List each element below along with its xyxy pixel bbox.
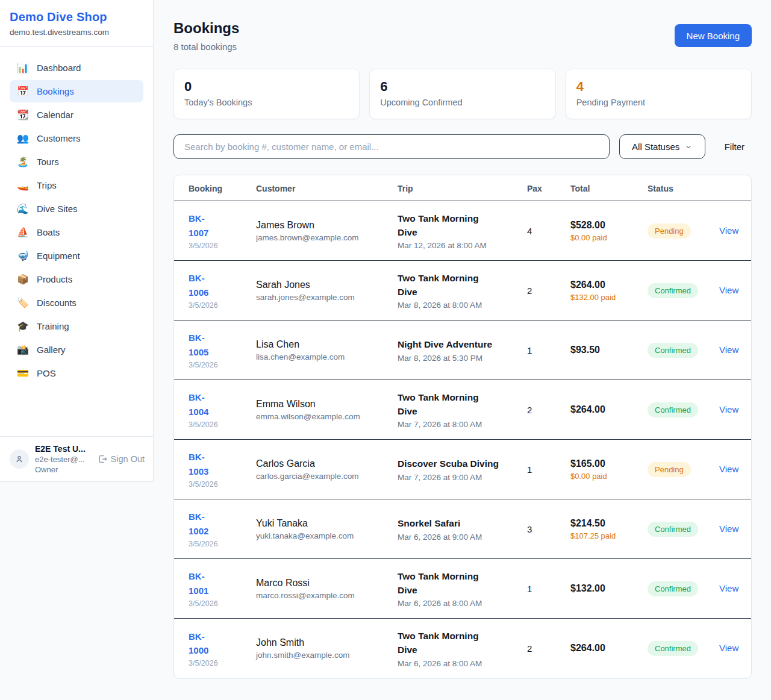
trip-name: Two Tank Morning Dive bbox=[398, 569, 500, 598]
customer-email: sarah.jones@example.com bbox=[256, 293, 389, 302]
booking-created-date: 3/5/2026 bbox=[189, 540, 222, 548]
column-header-pax: Pax bbox=[527, 175, 570, 201]
column-header-booking: Booking bbox=[174, 175, 256, 201]
view-booking-link[interactable]: View bbox=[719, 345, 738, 355]
view-booking-link[interactable]: View bbox=[719, 285, 738, 295]
sidebar-item-gallery[interactable]: 📸 Gallery bbox=[10, 339, 143, 361]
customer-name: James Brown bbox=[256, 220, 389, 231]
view-booking-link[interactable]: View bbox=[719, 464, 738, 474]
page-title-block: Bookings 8 total bookings bbox=[173, 20, 239, 52]
table-row-bk-1005: BK-1005 3/5/2026 Lisa Chen lisa.chen@exa… bbox=[174, 320, 752, 380]
column-header-customer: Customer bbox=[256, 175, 398, 201]
sidebar-item-customers[interactable]: 👥 Customers bbox=[10, 127, 143, 149]
bookings-table: Booking Customer Trip Pax Total Status B… bbox=[174, 175, 752, 678]
sidebar-item-products[interactable]: 📦 Products bbox=[10, 268, 143, 290]
sidebar-item-label: Tours bbox=[37, 157, 59, 167]
filter-button[interactable]: Filter bbox=[715, 142, 752, 152]
trip-datetime: Mar 6, 2026 at 8:00 AM bbox=[398, 599, 500, 608]
booking-id-link[interactable]: BK-1000 bbox=[189, 631, 208, 655]
sidebar-nav: 📊 Dashboard 📅 Bookings 📆 Calendar 👥 Cust… bbox=[0, 47, 153, 390]
booking-id-link[interactable]: BK-1001 bbox=[189, 571, 208, 595]
trip-datetime: Mar 8, 2026 at 5:30 PM bbox=[398, 354, 500, 363]
customer-name: Yuki Tanaka bbox=[256, 518, 389, 529]
booking-id-link[interactable]: BK-1007 bbox=[189, 213, 208, 237]
customer-email: yuki.tanaka@example.com bbox=[256, 531, 389, 540]
customer-name: John Smith bbox=[256, 637, 389, 648]
sign-out-label: Sign Out bbox=[111, 454, 145, 464]
sidebar-item-bookings[interactable]: 📅 Bookings bbox=[10, 80, 143, 102]
people-icon: 👥 bbox=[17, 134, 29, 143]
user-email: e2e-tester@... bbox=[35, 455, 92, 464]
booking-id-link[interactable]: BK-1005 bbox=[189, 333, 208, 357]
status-badge: Confirmed bbox=[648, 581, 698, 596]
shop-domain: demo.test.divestreams.com bbox=[10, 28, 143, 37]
trip-name: Two Tank Morning Dive bbox=[398, 629, 500, 657]
sidebar-item-label: Equipment bbox=[37, 251, 80, 261]
sidebar-item-dive-sites[interactable]: 🌊 Dive Sites bbox=[10, 198, 143, 220]
pax-count: 1 bbox=[527, 559, 570, 619]
booking-created-date: 3/5/2026 bbox=[189, 361, 222, 369]
package-icon: 📦 bbox=[17, 275, 29, 284]
calendar-bookings-icon: 📅 bbox=[17, 87, 29, 96]
customer-email: marco.rossi@example.com bbox=[256, 591, 389, 600]
pax-count: 3 bbox=[527, 499, 570, 559]
sidebar-item-discounts[interactable]: 🏷️ Discounts bbox=[10, 292, 143, 314]
calendar-icon: 📆 bbox=[17, 110, 29, 120]
table-header-row: Booking Customer Trip Pax Total Status bbox=[174, 175, 752, 201]
sidebar-item-dashboard[interactable]: 📊 Dashboard bbox=[10, 57, 143, 79]
user-avatar-icon bbox=[14, 454, 24, 464]
sidebar-item-training[interactable]: 🎓 Training bbox=[10, 315, 143, 337]
total-amount: $165.00 bbox=[570, 458, 648, 469]
credit-card-icon: 💳 bbox=[17, 369, 29, 378]
view-booking-link[interactable]: View bbox=[719, 523, 738, 534]
booking-id-link[interactable]: BK-1002 bbox=[189, 511, 208, 536]
status-badge: Pending bbox=[648, 462, 691, 477]
sidebar-item-tours[interactable]: 🏝️ Tours bbox=[10, 151, 143, 173]
total-amount: $528.00 bbox=[570, 220, 648, 231]
status-filter-select[interactable]: All Statuses bbox=[619, 134, 705, 159]
pax-count: 1 bbox=[527, 320, 570, 380]
sidebar-item-trips[interactable]: 🚤 Trips bbox=[10, 174, 143, 196]
user-name: E2E Test U... bbox=[35, 444, 92, 454]
user-info: E2E Test U... e2e-tester@... Owner bbox=[35, 444, 92, 474]
table-row-bk-1001: BK-1001 3/5/2026 Marco Rossi marco.rossi… bbox=[174, 559, 752, 619]
sign-out-button[interactable]: Sign Out bbox=[98, 454, 145, 464]
bookings-table-card: Booking Customer Trip Pax Total Status B… bbox=[173, 175, 752, 679]
status-badge: Pending bbox=[648, 223, 691, 239]
view-booking-link[interactable]: View bbox=[719, 404, 738, 414]
booking-id-link[interactable]: BK-1006 bbox=[189, 273, 208, 297]
trip-name: Discover Scuba Diving bbox=[398, 457, 500, 470]
trip-name: Two Tank Morning Dive bbox=[398, 271, 500, 299]
table-row-bk-1006: BK-1006 3/5/2026 Sarah Jones sarah.jones… bbox=[174, 261, 752, 320]
view-booking-link[interactable]: View bbox=[719, 643, 738, 653]
sidebar-item-pos[interactable]: 💳 POS bbox=[10, 362, 143, 384]
tag-icon: 🏷️ bbox=[17, 298, 29, 308]
stat-value: 0 bbox=[184, 78, 349, 95]
customer-name: Marco Rossi bbox=[256, 578, 389, 589]
table-row-bk-1007: BK-1007 3/5/2026 James Brown james.brown… bbox=[174, 201, 752, 261]
booking-created-date: 3/5/2026 bbox=[189, 480, 222, 489]
customer-email: emma.wilson@example.com bbox=[256, 412, 389, 421]
pax-count: 2 bbox=[527, 380, 570, 440]
paid-amount: $107.25 paid bbox=[570, 531, 648, 540]
sidebar-item-equipment[interactable]: 🤿 Equipment bbox=[10, 245, 143, 267]
table-row-bk-1003: BK-1003 3/5/2026 Carlos Garcia carlos.ga… bbox=[174, 440, 752, 499]
booking-id-link[interactable]: BK-1003 bbox=[189, 452, 208, 476]
sidebar-item-label: Customers bbox=[37, 133, 81, 143]
trip-datetime: Mar 7, 2026 at 8:00 AM bbox=[398, 420, 500, 429]
booking-created-date: 3/5/2026 bbox=[189, 420, 222, 429]
column-header-trip: Trip bbox=[398, 175, 527, 201]
total-amount: $214.50 bbox=[570, 518, 648, 529]
brand-block: Demo Dive Shop demo.test.divestreams.com bbox=[0, 0, 153, 47]
sidebar-item-calendar[interactable]: 📆 Calendar bbox=[10, 104, 143, 126]
table-row-bk-1004: BK-1004 3/5/2026 Emma Wilson emma.wilson… bbox=[174, 380, 752, 440]
search-input[interactable] bbox=[173, 134, 610, 159]
sidebar-item-label: Discounts bbox=[37, 298, 76, 308]
view-booking-link[interactable]: View bbox=[719, 225, 738, 236]
view-booking-link[interactable]: View bbox=[719, 583, 738, 593]
sidebar-item-boats[interactable]: ⛵ Boats bbox=[10, 221, 143, 243]
booking-id-link[interactable]: BK-1004 bbox=[189, 392, 208, 416]
status-badge: Confirmed bbox=[648, 283, 698, 298]
trip-name: Two Tank Morning Dive bbox=[398, 211, 500, 240]
new-booking-button[interactable]: New Booking bbox=[675, 24, 752, 47]
